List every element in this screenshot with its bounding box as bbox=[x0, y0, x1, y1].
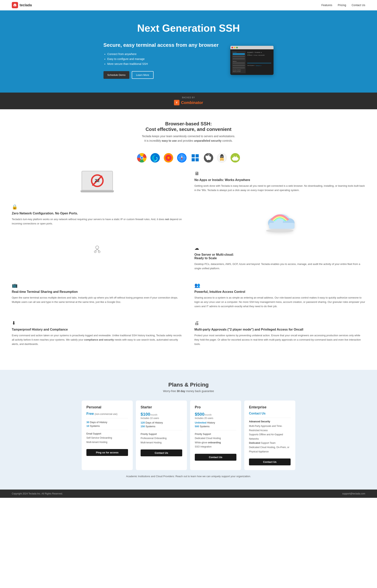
svg-rect-41 bbox=[238, 158, 238, 160]
enterprise-cta-button[interactable]: Contact Us bbox=[249, 458, 291, 465]
feature-row-1: 22 🖥 No Apps or Installs: Works Anywhere… bbox=[12, 171, 365, 192]
feature-row-5: ⬇ Tamperproof History and Compliance Eve… bbox=[12, 320, 365, 346]
personal-cta-button[interactable]: Ping us for access bbox=[86, 449, 128, 456]
svg-point-47 bbox=[96, 246, 99, 249]
hero-text: Secure, easy terminal access from any br… bbox=[104, 42, 219, 79]
features-description: Teclada keeps your team seamlessly conne… bbox=[139, 134, 238, 143]
schedule-demo-button[interactable]: Schedule Demo bbox=[104, 71, 130, 79]
pro-history: Unlimited History bbox=[195, 421, 236, 424]
bullet-3: More secure than traditional SSH bbox=[107, 61, 219, 66]
yc-icon: Y bbox=[174, 100, 179, 105]
linux-icon bbox=[217, 153, 227, 163]
personal-history: 30 Days of History bbox=[86, 421, 128, 424]
svg-rect-3 bbox=[14, 5, 15, 6]
feature-col-1: 🖥 No Apps or Installs: Works Anywhere Ge… bbox=[194, 171, 365, 192]
feature-row-4: 📺 Real-time Terminal Sharing and Resumpt… bbox=[12, 282, 365, 308]
apple-icon bbox=[203, 153, 214, 163]
footer-email[interactable]: support@teclada.com bbox=[342, 492, 365, 495]
footer: Copyright 2024 Teclada Inc. All Rights R… bbox=[0, 490, 377, 498]
pro-cta-button[interactable]: Contact Us bbox=[195, 454, 236, 461]
personal-price: Free (non-commercial use) bbox=[86, 412, 128, 416]
navbar: teclada Features Pricing Contact Us bbox=[0, 0, 377, 11]
pricing-header: Plans & Pricing Worry-free 30 day money … bbox=[12, 382, 365, 393]
android-icon bbox=[230, 153, 240, 163]
footer-copyright: Copyright 2024 Teclada Inc. All Rights R… bbox=[12, 492, 63, 495]
svg-rect-2 bbox=[14, 5, 15, 5]
svg-point-32 bbox=[220, 159, 222, 161]
feature-col-4: 📺 Real-time Terminal Sharing and Resumpt… bbox=[12, 282, 183, 304]
pricing-card-personal: Personal Free (non-commercial use) 30 Da… bbox=[82, 401, 133, 470]
academic-note: Academic Institutions and Cloud Provider… bbox=[12, 475, 365, 478]
starter-name: Starter bbox=[141, 405, 182, 409]
feature-3-body: Desktop PCs, datacenters, AWS, GCP, Azur… bbox=[194, 262, 365, 271]
firefox-icon bbox=[163, 153, 174, 163]
backed-by-section: BACKED BY Y Combinator bbox=[0, 93, 377, 109]
personal-systems: 10 Systems bbox=[86, 425, 128, 428]
feature-col-3: ☁ One Server or Multi-cloud:Ready to Sca… bbox=[194, 245, 365, 271]
personal-support: Email Support bbox=[86, 432, 128, 435]
feature-1-body: Getting work done with Teclada is easy b… bbox=[194, 184, 365, 192]
pro-price: $500/month bbox=[195, 412, 236, 417]
svg-point-33 bbox=[222, 159, 224, 161]
multiparty-icon: 🖨 bbox=[194, 320, 365, 326]
nav-pricing[interactable]: Pricing bbox=[338, 3, 346, 7]
feature-3-title: One Server or Multi-cloud:Ready to Scale bbox=[194, 253, 365, 260]
pro-features: Dedicated Cloud Hosting White-glove onbo… bbox=[195, 436, 236, 449]
starter-cta-button[interactable]: Contact Us bbox=[141, 449, 182, 456]
nav-contact[interactable]: Contact Us bbox=[352, 3, 365, 7]
chrome-icon bbox=[137, 153, 147, 163]
starter-price: $100/month bbox=[141, 412, 182, 417]
feature-6-title: Tamperproof History and Compliance bbox=[12, 328, 183, 331]
personal-features: Self-Service Onboarding Multi-tenant Hos… bbox=[86, 436, 128, 444]
feature-7-body: Protect your most sensitive systems by p… bbox=[194, 333, 365, 346]
feature-4-title: Real-time Terminal Sharing and Resumptio… bbox=[12, 290, 183, 294]
logo[interactable]: teclada bbox=[12, 2, 32, 8]
feature-2-body: Teclada's turn-key platform works on any… bbox=[12, 217, 183, 226]
features-grid: 22 🖥 No Apps or Installs: Works Anywhere… bbox=[0, 167, 377, 370]
backed-by-name: Combinator bbox=[181, 100, 203, 105]
feature-7-title: Multi-party Approvals ("2 player mode") … bbox=[194, 328, 365, 331]
svg-rect-19 bbox=[192, 154, 195, 158]
personal-name: Personal bbox=[86, 405, 128, 409]
hero-screenshot: teclada devbox Access Control History & … bbox=[230, 46, 273, 75]
windows-icon bbox=[190, 153, 200, 163]
feature-5-title: Powerful, Intuitive Access Control bbox=[194, 290, 365, 294]
hero-subtitle: Secure, easy terminal access from any br… bbox=[104, 42, 219, 49]
feature-5-body: Sharing access to a system is as simple … bbox=[194, 295, 365, 308]
feature-img-2 bbox=[194, 204, 365, 234]
svg-rect-22 bbox=[196, 158, 199, 161]
svg-point-42 bbox=[266, 229, 294, 232]
svg-point-7 bbox=[141, 157, 143, 159]
svg-point-29 bbox=[221, 156, 221, 157]
bullet-1: Connect from anywhere bbox=[107, 52, 219, 57]
pricing-guarantee: Worry-free 30 day money back guarantee bbox=[12, 390, 365, 393]
feature-img-1: 22 bbox=[12, 171, 183, 192]
feature-img-3 bbox=[12, 245, 183, 253]
bullet-2: Easy to configure and manage bbox=[107, 57, 219, 61]
nav-links: Features Pricing Contact Us bbox=[321, 3, 365, 7]
edge-icon bbox=[150, 153, 160, 163]
lock-icon: 🔒 bbox=[12, 204, 183, 210]
hero-section: Next Generation SSH Secure, easy termina… bbox=[0, 11, 377, 93]
svg-rect-1 bbox=[14, 4, 16, 4]
svg-rect-21 bbox=[192, 158, 195, 161]
logo-text: teclada bbox=[20, 3, 32, 7]
hero-title: Next Generation SSH bbox=[12, 22, 365, 34]
terminal-icon: 📺 bbox=[12, 282, 183, 288]
enterprise-advanced: Advanced Security bbox=[249, 420, 291, 423]
backed-by-logo: Y Combinator bbox=[4, 100, 373, 105]
pro-systems: 500 Systems bbox=[195, 425, 236, 428]
feature-col-6: ⬇ Tamperproof History and Compliance Eve… bbox=[12, 320, 183, 346]
pricing-section: Plans & Pricing Worry-free 30 day money … bbox=[0, 370, 377, 490]
feature-1-title: No Apps or Installs: Works Anywhere bbox=[194, 178, 365, 182]
logo-icon bbox=[12, 2, 18, 8]
browser-icons bbox=[0, 149, 377, 167]
nav-features[interactable]: Features bbox=[321, 3, 332, 7]
no-apps-icon: 🖥 bbox=[194, 171, 365, 176]
learn-more-button[interactable]: Learn More bbox=[132, 71, 153, 79]
feature-col-7: 🖨 Multi-party Approvals ("2 player mode"… bbox=[194, 320, 365, 346]
feature-6-body: Every command and action taken on your s… bbox=[12, 333, 183, 346]
svg-point-12 bbox=[167, 157, 169, 159]
starter-history: 120 Days of History bbox=[141, 421, 182, 424]
cloud-icon: ☁ bbox=[194, 245, 365, 251]
